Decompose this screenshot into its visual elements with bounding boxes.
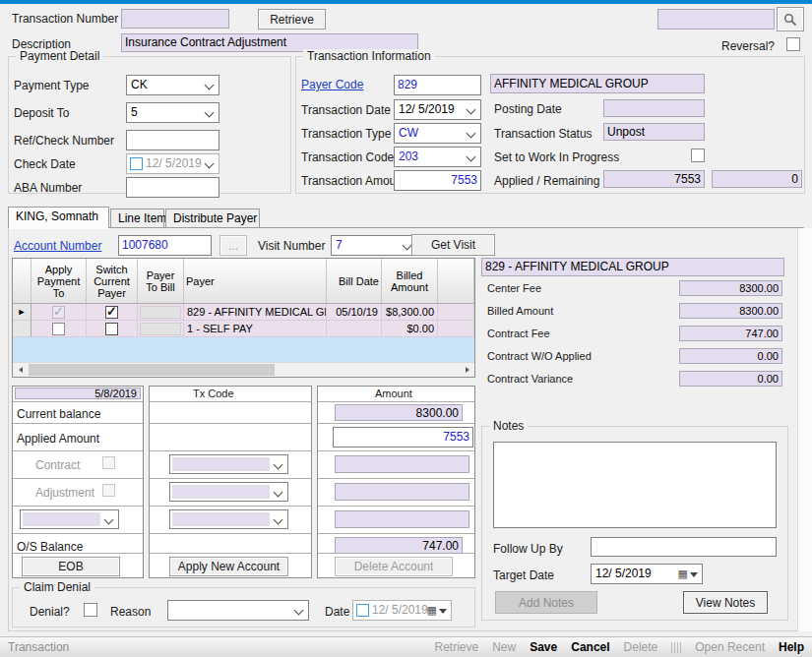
statusbar-new[interactable]: New <box>492 640 516 654</box>
extra-txcode-select[interactable] <box>169 509 288 529</box>
extra-type-select[interactable] <box>20 509 119 529</box>
transaction-code-select[interactable]: 203 <box>394 147 481 167</box>
switch-payer-checkbox[interactable] <box>105 306 118 319</box>
transaction-date-label: Transaction Date <box>301 103 391 117</box>
switch-payer-checkbox[interactable] <box>105 323 118 335</box>
payer-to-bill-cell[interactable] <box>138 304 184 321</box>
statusbar-save[interactable]: Save <box>530 640 557 654</box>
payer-to-bill-button <box>140 306 181 319</box>
grid-col-apply: Apply Payment To <box>31 259 87 304</box>
chevron-down-icon <box>467 152 476 162</box>
billed-amount-value: 8300.00 <box>679 303 782 319</box>
follow-up-by-input[interactable] <box>591 537 777 557</box>
contract-variance-value: 0.00 <box>679 371 782 387</box>
contract-label: Contract <box>35 458 80 472</box>
notes-title: Notes <box>489 419 528 433</box>
grid-horizontal-scrollbar[interactable] <box>13 362 474 377</box>
account-number-input[interactable]: 1007680 <box>118 235 212 256</box>
contract-checkbox[interactable] <box>102 456 115 469</box>
eob-button[interactable]: EOB <box>22 557 120 576</box>
aba-number-input[interactable] <box>126 177 219 198</box>
adjustment-label: Adjustment <box>35 486 94 500</box>
scrollbar-thumb[interactable] <box>29 364 275 376</box>
contract-txcode-select[interactable] <box>169 454 288 474</box>
grid-row-2[interactable]: 1 - SELF PAY $0.00 <box>13 321 474 337</box>
tab-line-item[interactable]: Line Item <box>110 209 164 228</box>
denial-checkbox[interactable] <box>84 603 97 617</box>
statusbar-delete[interactable]: Delete <box>624 640 658 654</box>
transaction-info-title: Transaction Information <box>303 49 435 63</box>
apply-payment-checkbox[interactable] <box>52 306 65 319</box>
current-balance-label: Current balance <box>17 407 100 421</box>
account-browse-button[interactable]: ... <box>219 235 247 256</box>
tab-patient[interactable]: KING, Somnath <box>8 207 109 228</box>
wip-checkbox[interactable] <box>691 149 705 162</box>
statusbar-open-recent[interactable]: Open Recent <box>695 640 765 654</box>
denial-date-picker[interactable]: 12/ 5/2019 ▦ <box>352 600 452 621</box>
reversal-label: Reversal? <box>721 39 775 53</box>
payment-type-select[interactable]: CK <box>126 75 219 95</box>
bill-date-cell <box>327 321 382 337</box>
deposit-to-select[interactable]: 5 <box>126 102 219 123</box>
retrieve-button[interactable]: Retrieve <box>258 9 326 30</box>
billed-amount-cell: $0.00 <box>382 321 438 337</box>
ref-check-number-input[interactable] <box>126 130 219 150</box>
transaction-amount-input[interactable]: 7553 <box>394 170 481 191</box>
reversal-checkbox[interactable] <box>786 37 800 51</box>
chevron-down-icon <box>467 129 476 139</box>
visit-number-select[interactable]: 7 <box>331 235 417 256</box>
search-button[interactable] <box>777 7 804 31</box>
tab-distribute-payer[interactable]: Distribute Payer <box>165 209 260 228</box>
statusbar-retrieve[interactable]: Retrieve <box>434 640 478 654</box>
add-notes-button[interactable]: Add Notes <box>495 591 597 614</box>
payer-to-bill-cell[interactable] <box>138 321 184 337</box>
search-field[interactable] <box>657 9 775 30</box>
transaction-number-field[interactable] <box>121 9 229 29</box>
applied-amount-input[interactable]: 7553 <box>333 427 473 448</box>
calendar-icon: ▦ <box>427 605 437 616</box>
chevron-down-icon <box>294 606 304 616</box>
scroll-left-icon[interactable] <box>13 363 28 377</box>
grid-col-payer-to-bill: Payer To Bill <box>138 259 184 304</box>
chevron-down-icon <box>274 488 283 498</box>
billed-amount-cell: $8,300.00 <box>382 304 438 321</box>
delete-account-button[interactable]: Delete Account <box>335 557 453 576</box>
wip-label: Set to Work In Progress <box>494 150 619 164</box>
statusbar-cancel[interactable]: Cancel <box>571 640 609 654</box>
target-date-picker[interactable]: 12/ 5/2019 ▦ <box>591 564 703 584</box>
aba-number-label: ABA Number <box>14 181 82 195</box>
chevron-down-icon <box>403 241 412 251</box>
adjustment-txcode-select[interactable] <box>169 482 288 502</box>
transaction-amount-label: Transaction Amount <box>301 174 406 188</box>
posting-date-label: Posting Date <box>494 102 562 116</box>
statusbar-help[interactable]: Help <box>779 640 804 654</box>
scroll-right-icon[interactable] <box>460 363 474 377</box>
apply-date-header: 5/8/2019 <box>15 388 141 399</box>
payer-code-link[interactable]: Payer Code <box>301 78 363 91</box>
applied-field: 7553 <box>603 170 705 188</box>
calendar-icon: ▦ <box>678 568 688 579</box>
payer-code-input[interactable]: 829 <box>394 75 481 95</box>
view-notes-button[interactable]: View Notes <box>683 591 768 614</box>
notes-textarea[interactable] <box>493 442 777 528</box>
adjustment-checkbox[interactable] <box>102 484 115 497</box>
apply-new-account-button[interactable]: Apply New Account <box>169 557 288 576</box>
check-date-picker[interactable]: 12/ 5/2019 <box>126 153 219 174</box>
denial-reason-select[interactable] <box>167 600 309 621</box>
target-date-label: Target Date <box>493 568 554 582</box>
check-date-checkbox[interactable] <box>130 157 143 170</box>
get-visit-button[interactable]: Get Visit <box>411 234 495 256</box>
chevron-down-icon <box>205 159 215 169</box>
grid-col-partial <box>438 259 474 304</box>
transaction-date-picker[interactable]: 12/ 5/2019 <box>394 99 481 120</box>
account-number-link[interactable]: Account Number <box>14 239 101 253</box>
chevron-down-icon <box>467 105 476 115</box>
contract-amount-field <box>335 455 469 473</box>
transaction-type-select[interactable]: CW <box>394 123 481 144</box>
applied-remaining-label: Applied / Remaining <box>494 174 599 188</box>
apply-payment-checkbox[interactable] <box>52 323 65 335</box>
follow-up-by-label: Follow Up By <box>493 542 563 556</box>
denial-date-checkbox[interactable] <box>356 604 369 617</box>
grid-row-1[interactable]: ► 829 - AFFINITY MEDICAL GROUP 05/10/19 … <box>13 304 474 321</box>
extra-amount-field <box>335 510 469 528</box>
